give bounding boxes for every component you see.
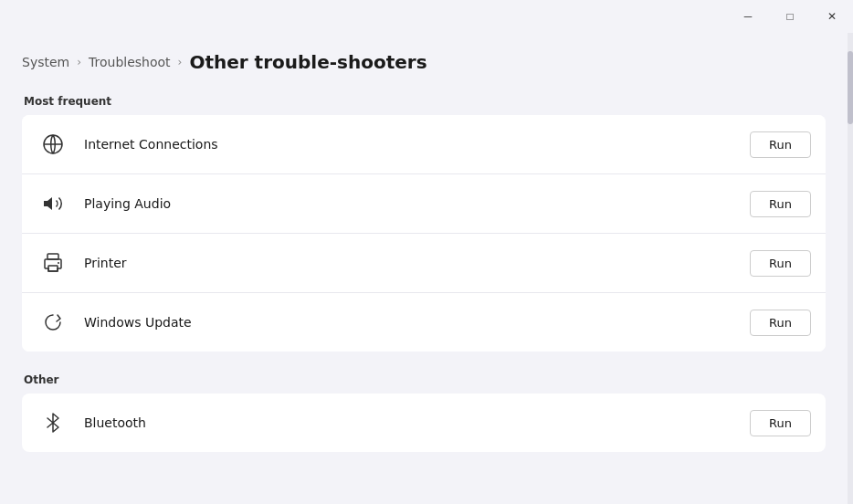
scrollbar-thumb[interactable] [848,51,853,124]
windows-update-run-button[interactable]: Run [750,310,811,336]
breadcrumb: System › Troubleshoot › Other trouble-sh… [22,33,826,95]
list-item: Bluetooth Run [22,394,826,452]
internet-connections-name: Internet Connections [84,137,750,152]
playing-audio-run-button[interactable]: Run [750,191,811,217]
windows-update-name: Windows Update [84,315,750,330]
other-section: Other Bluetooth Run [22,373,826,452]
internet-connections-run-button[interactable]: Run [750,131,811,158]
scrollbar[interactable] [848,33,853,504]
internet-connections-icon [37,128,69,161]
list-item: Internet Connections Run [22,115,826,174]
bluetooth-run-button[interactable]: Run [750,410,811,436]
breadcrumb-system[interactable]: System [22,55,69,69]
list-item: Playing Audio Run [22,174,826,234]
windows-update-icon [37,306,69,339]
most-frequent-label: Most frequent [22,95,826,108]
svg-rect-3 [48,266,58,271]
playing-audio-icon [37,187,69,220]
printer-run-button[interactable]: Run [750,250,811,277]
printer-icon [37,247,69,279]
bluetooth-icon [37,406,69,439]
svg-rect-2 [47,254,58,259]
title-bar: ─ □ ✕ [0,0,853,33]
breadcrumb-separator-1: › [77,56,81,68]
list-item: Windows Update Run [22,293,826,352]
printer-name: Printer [84,256,750,270]
most-frequent-list: Internet Connections Run Playing Audio R… [22,115,826,352]
breadcrumb-separator-2: › [178,56,183,68]
playing-audio-name: Playing Audio [84,196,750,211]
main-content: System › Troubleshoot › Other trouble-sh… [0,33,848,452]
list-item: Printer Run [22,234,826,293]
breadcrumb-troubleshoot[interactable]: Troubleshoot [89,55,171,69]
maximize-button[interactable]: □ [769,0,811,33]
minimize-button[interactable]: ─ [727,0,769,33]
other-list: Bluetooth Run [22,394,826,452]
bluetooth-name: Bluetooth [84,415,750,430]
close-button[interactable]: ✕ [811,0,853,33]
svg-point-4 [58,262,59,264]
breadcrumb-current: Other trouble-shooters [189,51,426,73]
svg-marker-1 [44,197,52,210]
other-label: Other [22,373,826,386]
